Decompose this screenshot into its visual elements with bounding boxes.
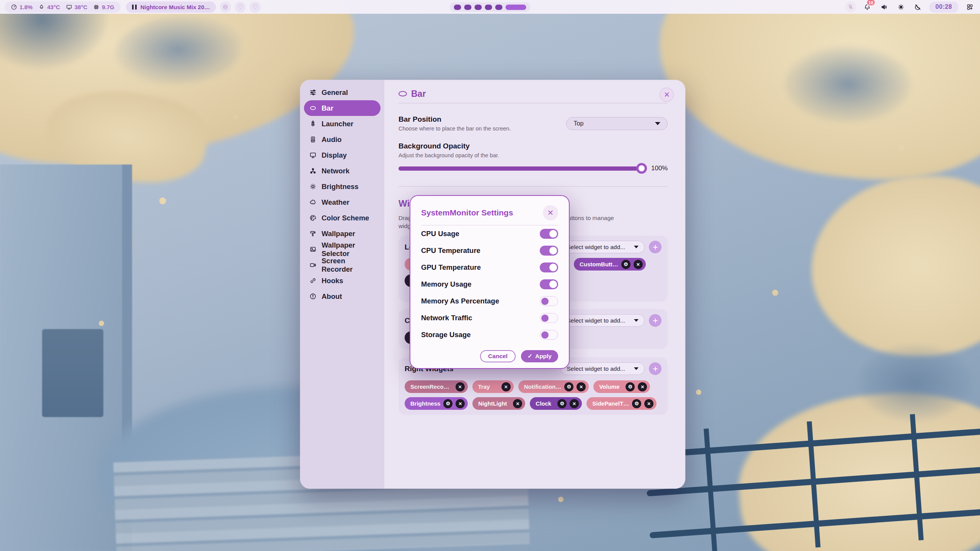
bar-oval-icon: [399, 91, 407, 96]
chip-settings-button[interactable]: ⚙: [621, 260, 630, 269]
right-add-widget-dropdown[interactable]: Select widget to add...: [560, 362, 645, 375]
apply-button[interactable]: ✓ Apply: [521, 350, 558, 362]
memory-usage-toggle[interactable]: [540, 279, 558, 289]
chip-remove-button[interactable]: ×: [456, 399, 465, 408]
sidebar-item-brightness[interactable]: Brightness: [304, 179, 381, 194]
brightness-button[interactable]: [895, 1, 907, 13]
sun-icon: [897, 3, 905, 11]
workspace-dot-5[interactable]: [495, 5, 503, 10]
gear-icon: ⚙: [634, 401, 639, 406]
chip-remove-button[interactable]: ×: [577, 382, 586, 391]
pause-icon: [132, 5, 137, 10]
sidebar-item-label: Display: [322, 151, 347, 160]
chip-settings-button[interactable]: ⚙: [632, 399, 641, 408]
monitor-icon: [309, 152, 317, 159]
chip-remove-button[interactable]: ×: [456, 382, 465, 391]
gpu-temp-value: 38°C: [75, 4, 88, 10]
media-player-module[interactable]: Nightcore Music Mix 20…: [126, 2, 216, 13]
settings-sidebar: General Bar Launcher Audio Display Netwo…: [300, 80, 384, 489]
window-close-button[interactable]: ✕: [660, 88, 674, 102]
chip-settings-button[interactable]: ⚙: [626, 382, 635, 391]
clock-module[interactable]: 00:28: [929, 2, 959, 13]
chip-settings-button[interactable]: ⚙: [564, 382, 573, 391]
toggle-row-gpu-temperature: GPU Temperature: [421, 259, 558, 276]
gpu-temperature-toggle[interactable]: [540, 262, 558, 272]
widget-chip-tray[interactable]: Tray ×: [472, 380, 514, 393]
sidebar-item-label: Hooks: [322, 277, 343, 285]
skull-button[interactable]: [220, 2, 231, 13]
chip-remove-button[interactable]: ×: [644, 399, 653, 408]
image-icon: [309, 246, 317, 253]
sidebar-item-display[interactable]: Display: [304, 147, 381, 163]
volume-button[interactable]: [879, 1, 890, 13]
sidebar-item-launcher[interactable]: Launcher: [304, 116, 381, 132]
workspace-active-6[interactable]: [506, 5, 526, 10]
chip-remove-button[interactable]: ×: [638, 382, 647, 391]
workspace-dot-2[interactable]: [464, 5, 472, 10]
memory-as-percentage-toggle[interactable]: [540, 296, 558, 306]
left-add-widget-button[interactable]: +: [649, 241, 662, 253]
bar-position-dropdown[interactable]: Top: [566, 117, 668, 130]
cancel-button[interactable]: Cancel: [480, 350, 516, 362]
sidebar-item-network[interactable]: Network: [304, 163, 381, 179]
modal-close-button[interactable]: ✕: [543, 205, 558, 220]
workspace-dot-1[interactable]: [454, 5, 461, 10]
cloud-icon: [309, 199, 317, 206]
nightlight-button[interactable]: [912, 1, 924, 13]
sidebar-item-wallpaper-selector[interactable]: Wallpaper Selector: [304, 241, 381, 257]
widget-chip-nightlight[interactable]: NightLight ×: [472, 397, 525, 410]
dashboard-button[interactable]: [964, 1, 975, 13]
cpu-usage-toggle[interactable]: [540, 229, 558, 239]
gear-icon: ⚙: [628, 384, 632, 390]
mic-off-button[interactable]: [845, 1, 856, 13]
storage-usage-toggle[interactable]: [540, 330, 558, 340]
flame-icon: [38, 4, 45, 10]
widget-chip-sidepanel[interactable]: SidePanelT… ⚙ ×: [586, 397, 657, 410]
sidebar-item-color-scheme[interactable]: Color Scheme: [304, 210, 381, 226]
sidebar-item-audio[interactable]: Audio: [304, 132, 381, 147]
mic-off-icon: [847, 3, 854, 10]
sidebar-item-hooks[interactable]: Hooks: [304, 273, 381, 289]
chip-remove-button[interactable]: ×: [513, 399, 522, 408]
sidebar-item-label: Weather: [322, 198, 350, 207]
opacity-slider-knob[interactable]: [636, 163, 647, 174]
cpu-temperature-toggle[interactable]: [540, 246, 558, 256]
network-traffic-toggle[interactable]: [540, 313, 558, 323]
center-add-widget-button[interactable]: +: [649, 314, 662, 327]
cpu-usage-stat: 1.8%: [11, 4, 33, 10]
widget-chip-volume[interactable]: Volume ⚙ ×: [593, 380, 650, 393]
system-stats-module[interactable]: 1.8% 43°C 38°C 9.7G: [5, 2, 121, 13]
sidebar-item-weather[interactable]: Weather: [304, 194, 381, 210]
speaker-icon: [880, 3, 888, 11]
sidebar-item-bar[interactable]: Bar: [304, 100, 381, 116]
sidebar-item-label: Brightness: [322, 183, 359, 191]
widget-chip-brightness[interactable]: Brightness ⚙ ×: [405, 397, 468, 410]
right-add-widget-button[interactable]: +: [649, 362, 662, 375]
workspaces-indicator[interactable]: [450, 2, 531, 12]
widget-chip-custombutton[interactable]: CustomButt… ⚙ ×: [574, 258, 646, 271]
center-add-widget-dropdown[interactable]: Select widget to add...: [560, 314, 645, 327]
moon-off-icon: [914, 3, 921, 11]
widget-chip-screenrecorder[interactable]: ScreenReco… ×: [405, 380, 468, 393]
chip-remove-button[interactable]: ×: [570, 399, 579, 408]
sliders-icon: [309, 89, 317, 96]
sidebar-item-general[interactable]: General: [304, 85, 381, 100]
sidebar-item-screen-recorder[interactable]: Screen Recorder: [304, 257, 381, 273]
widget-chip-clock[interactable]: Clock ⚙ ×: [530, 397, 582, 410]
workspace-dot-3[interactable]: [475, 5, 482, 10]
widget-chip-notifications[interactable]: Notification… ⚙ ×: [518, 380, 589, 393]
favorite-button-2[interactable]: ♡: [250, 2, 261, 13]
workspace-dot-4[interactable]: [485, 5, 492, 10]
favorite-button-1[interactable]: ♡: [235, 2, 246, 13]
chip-settings-button[interactable]: ⚙: [443, 399, 452, 408]
chip-settings-button[interactable]: ⚙: [557, 399, 567, 408]
opacity-slider[interactable]: [399, 166, 645, 171]
dashboard-icon: [966, 3, 973, 11]
left-add-widget-dropdown[interactable]: Select widget to add...: [560, 241, 645, 253]
notifications-button[interactable]: 10: [862, 1, 873, 13]
chip-remove-button[interactable]: ×: [501, 382, 511, 391]
sidebar-item-wallpaper[interactable]: Wallpaper: [304, 226, 381, 241]
chip-remove-button[interactable]: ×: [634, 260, 643, 269]
sidebar-item-about[interactable]: About: [304, 289, 381, 304]
railing: [643, 409, 980, 551]
